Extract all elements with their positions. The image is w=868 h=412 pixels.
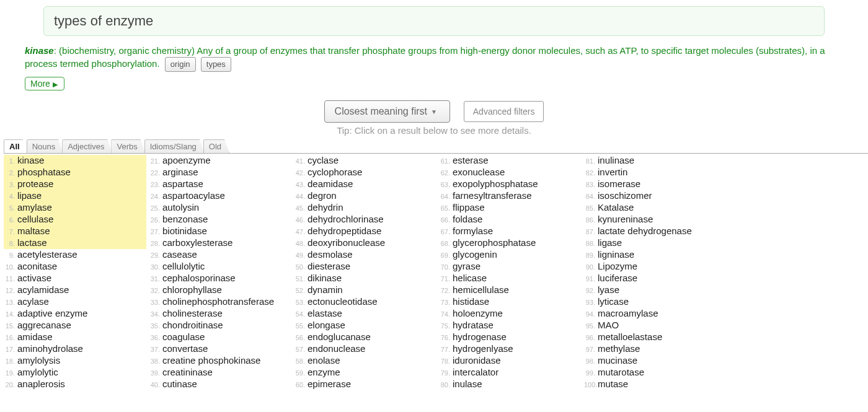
- result-word[interactable]: cutinase: [162, 379, 197, 390]
- result-word[interactable]: luciferase: [598, 273, 637, 284]
- origin-button[interactable]: origin: [165, 57, 196, 72]
- result-word[interactable]: acylamidase: [17, 284, 69, 296]
- result-word[interactable]: lyticase: [598, 296, 629, 307]
- result-word[interactable]: aminohydrolase: [17, 343, 83, 354]
- result-word[interactable]: amylolysis: [17, 355, 60, 366]
- result-word[interactable]: hydrogenase: [453, 331, 507, 343]
- result-word[interactable]: autolysin: [162, 202, 199, 213]
- result-word[interactable]: acetylesterase: [17, 249, 78, 260]
- types-button[interactable]: types: [201, 57, 231, 72]
- result-word[interactable]: deoxyribonuclease: [308, 237, 385, 248]
- result-word[interactable]: ligninase: [598, 249, 634, 260]
- result-word[interactable]: isomerase: [598, 178, 640, 190]
- result-word[interactable]: aggrecanase: [17, 320, 71, 331]
- result-word[interactable]: lactase: [17, 237, 47, 248]
- result-word[interactable]: inulase: [453, 379, 482, 390]
- result-word[interactable]: elongase: [308, 320, 345, 331]
- result-word[interactable]: methylase: [598, 343, 640, 354]
- result-word[interactable]: convertase: [162, 343, 208, 354]
- result-word[interactable]: carboxylesterase: [162, 237, 232, 248]
- result-word[interactable]: dehydrochlorinase: [308, 214, 384, 225]
- result-word[interactable]: cholinesterase: [162, 308, 223, 319]
- result-word[interactable]: phosphatase: [17, 167, 71, 178]
- result-word[interactable]: inulinase: [598, 155, 634, 166]
- result-word[interactable]: Lipozyme: [598, 261, 637, 272]
- result-word[interactable]: exopolyphosphatase: [453, 178, 538, 190]
- result-word[interactable]: macroamylase: [598, 308, 658, 319]
- tab-idioms-slang[interactable]: Idioms/Slang: [144, 139, 205, 153]
- result-word[interactable]: hemicellulase: [453, 284, 509, 296]
- search-input[interactable]: types of enzyme: [43, 6, 825, 36]
- result-word[interactable]: amylolytic: [17, 367, 58, 378]
- tab-nouns[interactable]: Nouns: [27, 139, 64, 153]
- result-word[interactable]: aspartoacylase: [162, 190, 225, 201]
- result-word[interactable]: dehydrin: [308, 202, 343, 213]
- more-button[interactable]: More▶: [25, 77, 64, 90]
- result-word[interactable]: esterase: [453, 155, 489, 166]
- result-word[interactable]: metalloelastase: [598, 331, 662, 343]
- result-word[interactable]: histidase: [453, 296, 489, 307]
- result-word[interactable]: hydrogenlyase: [453, 343, 513, 354]
- result-word[interactable]: farnesyltransferase: [453, 190, 532, 201]
- result-word[interactable]: dehydropeptidase: [308, 226, 381, 237]
- result-word[interactable]: aspartase: [162, 178, 203, 190]
- advanced-filters-button[interactable]: Advanced filters: [464, 101, 544, 122]
- result-word[interactable]: helicase: [453, 273, 487, 284]
- tab-all[interactable]: All: [4, 139, 28, 153]
- result-word[interactable]: cholinephosphotransferase: [162, 296, 274, 307]
- result-word[interactable]: intercalator: [453, 367, 498, 378]
- result-word[interactable]: elastase: [308, 308, 342, 319]
- result-word[interactable]: gyrase: [453, 261, 480, 272]
- result-word[interactable]: lyase: [598, 284, 619, 296]
- result-word[interactable]: endoglucanase: [308, 331, 371, 343]
- result-word[interactable]: ectonucleotidase: [308, 296, 378, 307]
- result-word[interactable]: mucinase: [598, 355, 637, 366]
- result-word[interactable]: dikinase: [308, 273, 342, 284]
- result-word[interactable]: anaplerosis: [17, 379, 65, 390]
- result-word[interactable]: mutase: [598, 379, 628, 390]
- result-word[interactable]: desmolase: [308, 249, 353, 260]
- result-word[interactable]: cephalosporinase: [162, 273, 236, 284]
- result-word[interactable]: degron: [308, 190, 337, 201]
- result-word[interactable]: lactate dehydrogenase: [598, 226, 692, 237]
- result-word[interactable]: biotinidase: [162, 226, 207, 237]
- result-word[interactable]: cellulolytic: [162, 261, 205, 272]
- result-word[interactable]: chlorophyllase: [162, 284, 222, 296]
- result-word[interactable]: kynureninase: [598, 214, 653, 225]
- result-word[interactable]: cellulase: [17, 214, 53, 225]
- result-word[interactable]: benzonase: [162, 214, 208, 225]
- result-word[interactable]: casease: [162, 249, 197, 260]
- result-word[interactable]: holoenzyme: [453, 308, 503, 319]
- result-word[interactable]: amylase: [17, 202, 52, 213]
- tab-adjectives[interactable]: Adjectives: [62, 139, 112, 153]
- result-word[interactable]: isoschizomer: [598, 190, 652, 201]
- result-word[interactable]: enzyme: [308, 367, 340, 378]
- result-word[interactable]: amidase: [17, 331, 53, 343]
- tab-verbs[interactable]: Verbs: [111, 139, 145, 153]
- result-word[interactable]: invertin: [598, 167, 627, 178]
- sort-dropdown[interactable]: Closest meaning first▼: [324, 100, 450, 123]
- result-word[interactable]: Katalase: [598, 202, 634, 213]
- result-word[interactable]: exonuclease: [453, 167, 505, 178]
- result-word[interactable]: maltase: [17, 226, 50, 237]
- definition-headword[interactable]: kinase: [25, 45, 54, 56]
- result-word[interactable]: epimerase: [308, 379, 351, 390]
- result-word[interactable]: acylase: [17, 296, 49, 307]
- result-word[interactable]: MAO: [598, 320, 619, 331]
- result-word[interactable]: hydratase: [453, 320, 494, 331]
- result-word[interactable]: apoenzyme: [162, 155, 211, 166]
- result-word[interactable]: lipase: [17, 190, 42, 201]
- result-word[interactable]: flippase: [453, 202, 485, 213]
- result-word[interactable]: coagulase: [162, 331, 205, 343]
- result-word[interactable]: cyclase: [308, 155, 339, 166]
- result-word[interactable]: ligase: [598, 237, 622, 248]
- result-word[interactable]: kinase: [17, 155, 44, 166]
- result-word[interactable]: glycogenin: [453, 249, 497, 260]
- result-word[interactable]: arginase: [162, 167, 198, 178]
- result-word[interactable]: mutarotase: [598, 367, 644, 378]
- result-word[interactable]: enolase: [308, 355, 340, 366]
- result-word[interactable]: aconitase: [17, 261, 57, 272]
- result-word[interactable]: dynamin: [308, 284, 343, 296]
- result-word[interactable]: formylase: [453, 226, 493, 237]
- result-word[interactable]: activase: [17, 273, 51, 284]
